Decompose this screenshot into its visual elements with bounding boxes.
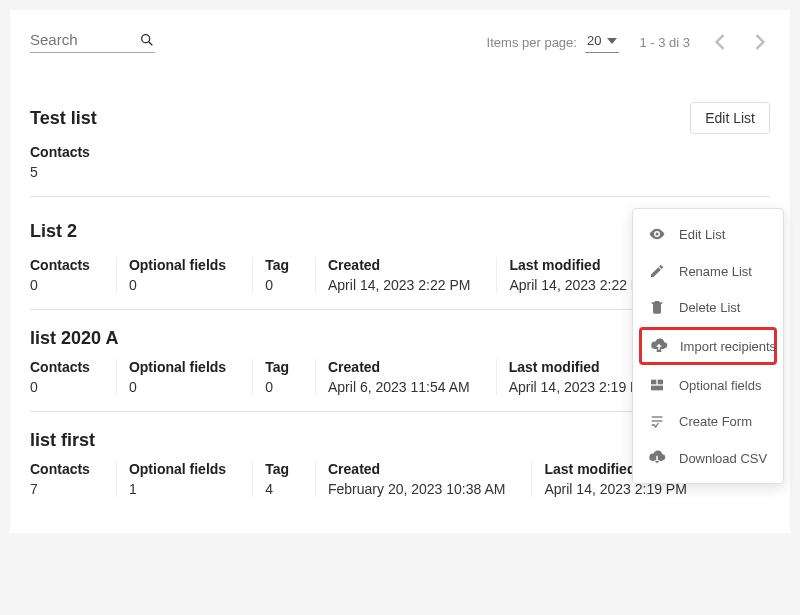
svg-line-1	[149, 41, 153, 45]
trash-icon	[647, 299, 667, 315]
field-value: 0	[30, 379, 90, 395]
field-value: 4	[265, 481, 289, 497]
field-tag: Tag 4	[252, 461, 301, 497]
field-label: Created	[328, 359, 470, 375]
field-label: Tag	[265, 257, 289, 273]
search-icon[interactable]	[139, 32, 155, 48]
dropdown-item-optional-fields[interactable]: Optional fields	[633, 367, 783, 403]
items-per-page-select[interactable]: 20	[585, 31, 619, 53]
field-label: Last modified	[509, 359, 651, 375]
more-actions-dropdown: Edit List Rename List Delete List Import…	[632, 208, 784, 484]
dropdown-item-download-csv[interactable]: Download CSV	[633, 439, 783, 477]
field-value: April 6, 2023 11:54 AM	[328, 379, 470, 395]
field-value: 0	[30, 277, 90, 293]
field-tag: Tag 0	[252, 257, 301, 293]
list-title: list 2020 A	[30, 328, 118, 349]
dropdown-item-edit[interactable]: Edit List	[633, 215, 783, 253]
field-value: 5	[30, 164, 90, 180]
svg-rect-7	[651, 386, 663, 391]
field-tag: Tag 0	[252, 359, 301, 395]
topbar-right: Items per page: 20 1 - 3 di 3	[487, 30, 770, 54]
dropdown-label: Delete List	[679, 300, 740, 315]
items-per-page-value: 20	[587, 33, 601, 48]
field-label: Tag	[265, 359, 289, 375]
dropdown-item-rename[interactable]: Rename List	[633, 253, 783, 289]
cloud-download-icon	[647, 449, 667, 467]
pencil-icon	[647, 263, 667, 279]
field-label: Contacts	[30, 359, 90, 375]
list-fields: Contacts 5	[30, 144, 770, 180]
list-section: Test list Edit List Contacts 5	[30, 84, 770, 197]
svg-point-0	[142, 34, 150, 42]
field-optional-fields: Optional fields 0	[116, 359, 238, 395]
field-label: Created	[328, 257, 470, 273]
dropdown-item-import[interactable]: Import recipients	[639, 327, 777, 365]
field-contacts: Contacts 0	[30, 359, 102, 395]
dropdown-label: Download CSV	[679, 451, 767, 466]
field-value: April 14, 2023 2:19 PM	[509, 379, 651, 395]
field-contacts: Contacts 5	[30, 144, 102, 180]
field-created: Created April 14, 2023 2:22 PM	[315, 257, 482, 293]
dropdown-label: Create Form	[679, 414, 752, 429]
dropdown-label: Rename List	[679, 264, 752, 279]
list-title: List 2	[30, 221, 77, 242]
field-value: 1	[129, 481, 226, 497]
list-title: list first	[30, 430, 95, 451]
field-value: 0	[265, 277, 289, 293]
field-value: April 14, 2023 2:22 PM	[509, 277, 651, 293]
edit-list-button[interactable]: Edit List	[690, 102, 770, 134]
grid-icon	[647, 377, 667, 393]
field-value: February 20, 2023 10:38 AM	[328, 481, 505, 497]
page-container: Items per page: 20 1 - 3 di 3 Test list	[10, 10, 790, 533]
field-optional-fields: Optional fields 0	[116, 257, 238, 293]
list-title: Test list	[30, 108, 97, 129]
field-value: 7	[30, 481, 90, 497]
dropdown-item-delete[interactable]: Delete List	[633, 289, 783, 325]
field-value: 0	[129, 379, 226, 395]
field-created: Created April 6, 2023 11:54 AM	[315, 359, 482, 395]
field-label: Optional fields	[129, 461, 226, 477]
prev-page-button[interactable]	[710, 30, 730, 54]
svg-rect-5	[651, 380, 656, 385]
topbar: Items per page: 20 1 - 3 di 3	[30, 30, 770, 54]
field-value: 0	[129, 277, 226, 293]
field-value: April 14, 2023 2:22 PM	[328, 277, 470, 293]
list-header: Test list Edit List	[30, 102, 770, 134]
list-actions: Edit List	[690, 102, 770, 134]
field-value: 0	[265, 379, 289, 395]
search-input[interactable]	[30, 31, 139, 48]
field-label: Optional fields	[129, 257, 226, 273]
field-label: Contacts	[30, 257, 90, 273]
pagination-range: 1 - 3 di 3	[639, 35, 690, 50]
field-optional-fields: Optional fields 1	[116, 461, 238, 497]
items-per-page-label: Items per page:	[487, 35, 577, 50]
field-created: Created February 20, 2023 10:38 AM	[315, 461, 517, 497]
dropdown-arrow-icon	[607, 36, 617, 46]
field-contacts: Contacts 0	[30, 257, 102, 293]
form-icon	[647, 413, 667, 429]
field-label: Contacts	[30, 461, 90, 477]
search-wrap	[30, 31, 155, 53]
cloud-upload-icon	[650, 337, 668, 355]
field-label: Tag	[265, 461, 289, 477]
dropdown-label: Import recipients	[680, 339, 776, 354]
eye-icon	[647, 225, 667, 243]
svg-rect-6	[658, 380, 663, 385]
dropdown-label: Edit List	[679, 227, 725, 242]
field-label: Contacts	[30, 144, 90, 160]
field-label: Created	[328, 461, 505, 477]
field-contacts: Contacts 7	[30, 461, 102, 497]
items-per-page: Items per page: 20	[487, 31, 620, 53]
dropdown-item-create-form[interactable]: Create Form	[633, 403, 783, 439]
next-page-button[interactable]	[750, 30, 770, 54]
field-label: Last modified	[509, 257, 651, 273]
dropdown-label: Optional fields	[679, 378, 761, 393]
field-label: Optional fields	[129, 359, 226, 375]
